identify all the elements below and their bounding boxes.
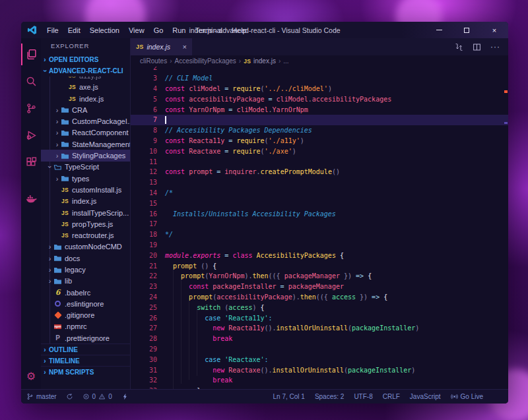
timeline-section[interactable]: › TIMELINE [41,355,130,366]
line-number[interactable]: 7 [131,116,157,123]
minimize-button[interactable] [425,22,453,38]
eol-setting[interactable]: CRLF [383,393,400,400]
code-line-11[interactable]: 11 [131,156,508,167]
line-number[interactable]: 17 [131,220,157,227]
explorer-icon[interactable] [21,41,41,68]
line-number[interactable]: 18 [131,231,157,238]
line-number[interactable]: 33 [131,387,157,389]
tree-item-axe-js[interactable]: JSaxe.js [41,82,130,93]
close-button[interactable]: × [480,22,508,38]
code-line-25[interactable]: 25 switch (access) { [131,302,508,313]
line-number[interactable]: 14 [131,189,157,196]
tree-item-a11y-js[interactable]: JSa11y.js [41,76,130,82]
line-number[interactable]: 6 [131,106,157,113]
code-editor[interactable]: 23// CLI Model4const cliModel = require(… [131,67,508,389]
line-number[interactable]: 30 [131,356,157,363]
tree-item-index-js[interactable]: JSindex.js [41,93,130,104]
code-line-2[interactable]: 2 [131,67,508,73]
code-line-15[interactable]: 15 [131,198,508,208]
code-line-21[interactable]: 21 prompt () { [131,260,508,271]
tree-item--npmrc[interactable]: npm.npmrc [41,321,130,332]
code-line-14[interactable]: 14/* [131,188,508,198]
menu-run[interactable]: Run [168,26,190,34]
tree-item-statemanagement[interactable]: ›StateManagement [41,138,130,150]
tree-item--gitignore[interactable]: .gitignore [41,310,130,321]
code-line-30[interactable]: 30 case 'Reactaxe': [131,354,508,365]
line-number[interactable]: 11 [131,158,157,165]
code-line-27[interactable]: 27 new Reacta11y().installOrUninstall(pa… [131,323,508,334]
code-line-9[interactable]: 9const Reacta11y = require('./a11y') [131,136,508,146]
line-number[interactable]: 13 [131,179,157,186]
code-line-10[interactable]: 10const Reactaxe = require('./axe') [131,146,508,156]
language-mode[interactable]: JavaScript [410,393,441,400]
npm-scripts-section[interactable]: › NPM SCRIPTS [41,366,130,377]
tree-item-docs[interactable]: ›docs [41,253,130,264]
code-line-16[interactable]: 16 Installs/Uninstalls Accesibility Pack… [131,208,508,219]
breadcrumb-symbol[interactable]: ... [283,57,288,65]
line-number[interactable]: 29 [131,345,157,353]
code-line-23[interactable]: 23 const packageInstaller = packageManag… [131,282,508,292]
tree-item-reactcomponent[interactable]: ›ReactComponent [41,127,130,138]
tree-item--eslintignore[interactable]: .eslintignore [41,298,130,309]
code-line-4[interactable]: 4const cliModel = require('../../cliMode… [131,84,508,94]
line-number[interactable]: 9 [131,137,157,144]
code-line-29[interactable]: 29 [131,344,508,355]
menu-file[interactable]: File [42,26,63,34]
code-line-24[interactable]: 24 prompt(accesibilityPackage).then(({ a… [131,292,508,303]
line-number[interactable]: 12 [131,168,157,175]
tree-item-reactrouter-js[interactable]: JSreactrouter.js [41,229,130,241]
code-line-8[interactable]: 8// Accesibility Packages Dependencies [131,125,508,136]
menu-edit[interactable]: Edit [63,26,85,34]
open-editors-section[interactable]: › OPEN EDITORS [41,54,130,65]
extensions-icon[interactable] [21,149,41,176]
menu-terminal[interactable]: Terminal [191,26,228,34]
line-number[interactable]: 19 [131,241,157,249]
error-lens-indicator[interactable] [121,393,129,400]
workspace-root-section[interactable]: › ADVANCED-REACT-CLI [41,65,130,76]
line-number[interactable]: 31 [131,367,157,374]
run-debug-icon[interactable] [21,122,41,149]
tab-indexjs[interactable]: JS index.js × [131,38,192,55]
code-line-12[interactable]: 12const prompt = inquirer.createPromptMo… [131,167,508,177]
code-line-17[interactable]: 17 [131,219,508,229]
search-icon[interactable] [21,68,41,95]
tree-item-custominstall-js[interactable]: JScustomInstall.js [41,184,130,195]
go-live-button[interactable]: Go Live [451,393,483,400]
code-line-32[interactable]: 32 break [131,375,508,386]
code-line-31[interactable]: 31 new Reactaxe().installOrUninstall(pac… [131,365,508,375]
breadcrumb-accesibilitypackages[interactable]: AccesibilityPackages [174,57,236,65]
line-number[interactable]: 28 [131,335,157,342]
line-number[interactable]: 32 [131,376,157,384]
code-line-26[interactable]: 26 case 'Reacta11y': [131,313,508,323]
line-number[interactable]: 25 [131,304,157,311]
line-number[interactable]: 20 [131,252,157,259]
line-number[interactable]: 27 [131,324,157,332]
branch-indicator[interactable]: master [26,393,57,400]
code-line-5[interactable]: 5const accesibilityPackage = cliModel.ac… [131,94,508,104]
tree-item--babelrc[interactable]: 6.babelrc [41,287,130,298]
code-line-19[interactable]: 19 [131,240,508,251]
tree-item-stylingpackages[interactable]: ›StylingPackages [41,150,130,161]
breadcrumb-indexjs[interactable]: index.js [253,57,276,65]
breadcrumb-cliroutes[interactable]: cliRoutes [140,57,167,65]
line-number[interactable]: 8 [131,127,157,134]
line-number[interactable]: 22 [131,272,157,280]
code-line-22[interactable]: 22 prompt(YarnOrNpm).then(({ packageMana… [131,271,508,282]
cursor-position[interactable]: Ln 7, Col 1 [273,393,305,400]
toggle-changes-icon[interactable] [455,43,463,51]
tree-item-legacy[interactable]: ›legacy [41,264,130,275]
docker-icon[interactable] [21,185,41,212]
maximize-button[interactable] [453,22,480,38]
code-line-13[interactable]: 13 [131,177,508,188]
menu-selection[interactable]: Selection [85,26,124,34]
code-line-18[interactable]: 18*/ [131,229,508,240]
line-number[interactable]: 21 [131,262,157,270]
sync-button[interactable] [66,393,73,400]
line-number[interactable]: 4 [131,85,157,92]
code-line-20[interactable]: 20module.exports = class AccesibilityPac… [131,250,508,260]
encoding-setting[interactable]: UTF-8 [354,393,372,400]
line-number[interactable]: 23 [131,283,157,290]
tree-item-custompackagei-[interactable]: ›CustomPackageI... [41,116,130,127]
settings-gear-icon[interactable]: ⚙ [26,370,36,382]
outline-section[interactable]: › OUTLINE [41,344,130,355]
